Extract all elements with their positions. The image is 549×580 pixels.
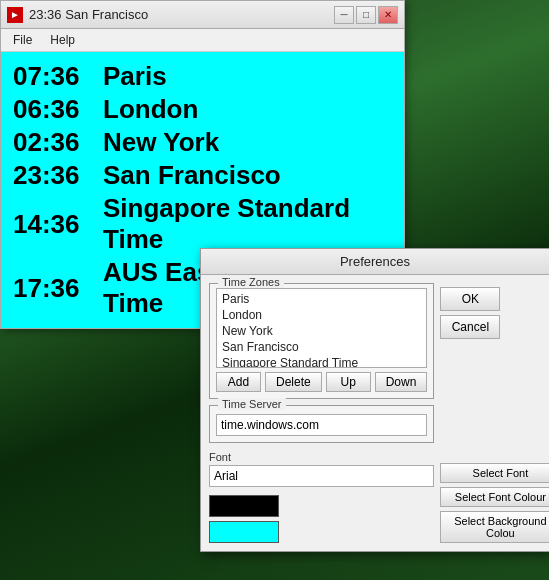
clock-titlebar: ► 23:36 San Francisco ─ □ ✕ [1, 1, 404, 29]
bg-color-swatch [209, 521, 279, 543]
clock-row: 02:36 New York [13, 126, 392, 159]
clock-time-value: 14:36 [13, 209, 83, 240]
preferences-dialog: Preferences Time Zones ParisLondonNew Yo… [200, 248, 549, 552]
select-buttons: Select Font Select Font Colour Select Ba… [440, 463, 549, 543]
select-font-colour-button[interactable]: Select Font Colour [440, 487, 549, 507]
timeserver-label: Time Server [218, 398, 286, 410]
clock-city-value: Paris [103, 61, 167, 92]
close-button[interactable]: ✕ [378, 6, 398, 24]
down-button[interactable]: Down [375, 372, 428, 392]
font-row [209, 465, 434, 491]
timezones-label: Time Zones [218, 276, 284, 288]
timezone-item[interactable]: Paris [219, 291, 424, 307]
add-button[interactable]: Add [216, 372, 261, 392]
menu-file[interactable]: File [5, 31, 40, 49]
clock-row: 06:36 London [13, 93, 392, 126]
clock-time-value: 06:36 [13, 94, 83, 125]
clock-row: 07:36 Paris [13, 60, 392, 93]
prefs-left: Time Zones ParisLondonNew YorkSan Franci… [209, 283, 434, 543]
clock-time-value: 07:36 [13, 61, 83, 92]
select-bg-colour-button[interactable]: Select Background Colou [440, 511, 549, 543]
tz-buttons: Add Delete Up Down [216, 372, 427, 392]
timezone-item[interactable]: New York [219, 323, 424, 339]
clock-city-value: New York [103, 127, 219, 158]
font-color-row [209, 495, 434, 517]
prefs-right: OK Cancel Select Font Select Font Colour… [440, 283, 549, 543]
timezone-listbox[interactable]: ParisLondonNew YorkSan FranciscoSingapor… [216, 288, 427, 368]
app-icon: ► [7, 7, 23, 23]
clock-city-value: Singapore Standard Time [103, 193, 392, 255]
timezone-item[interactable]: San Francisco [219, 339, 424, 355]
bg-color-row [209, 521, 434, 543]
font-input[interactable] [209, 465, 434, 487]
clock-row: 23:36 San Francisco [13, 159, 392, 192]
timezones-group: Time Zones ParisLondonNew YorkSan Franci… [209, 283, 434, 399]
cancel-button[interactable]: Cancel [440, 315, 500, 339]
font-section: Font [209, 451, 434, 543]
clock-time-value: 23:36 [13, 160, 83, 191]
prefs-body: Time Zones ParisLondonNew YorkSan Franci… [201, 275, 549, 551]
clock-title: 23:36 San Francisco [29, 7, 148, 22]
font-color-swatch [209, 495, 279, 517]
up-button[interactable]: Up [326, 372, 371, 392]
minimize-button[interactable]: ─ [334, 6, 354, 24]
clock-city-value: London [103, 94, 198, 125]
timezone-item[interactable]: Singapore Standard Time [219, 355, 424, 368]
font-label: Font [209, 451, 434, 463]
timezone-item[interactable]: London [219, 307, 424, 323]
clock-time-value: 17:36 [13, 273, 83, 304]
titlebar-left: ► 23:36 San Francisco [7, 7, 148, 23]
clock-row: 14:36 Singapore Standard Time [13, 192, 392, 256]
clock-menubar: File Help [1, 29, 404, 52]
timeserver-input[interactable] [216, 414, 427, 436]
prefs-title: Preferences [201, 249, 549, 275]
menu-help[interactable]: Help [42, 31, 83, 49]
timeserver-group: Time Server [209, 405, 434, 443]
clock-city-value: San Francisco [103, 160, 281, 191]
ok-button[interactable]: OK [440, 287, 500, 311]
titlebar-controls: ─ □ ✕ [334, 6, 398, 24]
delete-button[interactable]: Delete [265, 372, 322, 392]
maximize-button[interactable]: □ [356, 6, 376, 24]
clock-time-value: 02:36 [13, 127, 83, 158]
select-font-button[interactable]: Select Font [440, 463, 549, 483]
